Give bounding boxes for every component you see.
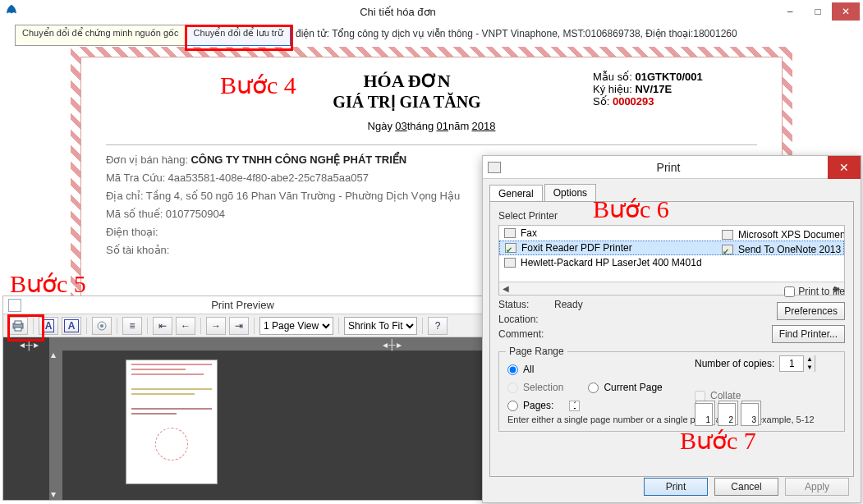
lookup-label: Mã Tra Cứu: xyxy=(106,172,165,184)
preferences-button[interactable]: Preferences xyxy=(777,302,845,320)
comment-label: Comment: xyxy=(498,328,548,340)
apply-button: Apply xyxy=(785,478,849,496)
printer-icon xyxy=(504,258,516,268)
page-range-group: Page Range All Selection Current Page Pa… xyxy=(498,351,845,432)
sheet-icon: 1 xyxy=(695,403,713,426)
spin-down-icon[interactable]: ▼ xyxy=(803,364,815,372)
address-label: Địa chỉ: xyxy=(106,190,144,202)
print-preview-window: Print Preview A A ≡ ⇤ ← → ⇥ 1 Page View … xyxy=(2,296,483,501)
svg-rect-1 xyxy=(15,321,21,324)
print-dialog-close-button[interactable]: ✕ xyxy=(828,156,861,179)
page-thumbnail[interactable] xyxy=(126,360,217,483)
prev-page-button[interactable]: ← xyxy=(176,317,195,335)
collate-checkbox xyxy=(695,391,705,401)
annotation-step7: Bước 7 xyxy=(680,426,756,455)
serial-label: Ký hiệu: xyxy=(593,83,632,95)
copies-label: Number of copies: xyxy=(695,358,774,369)
document-icon xyxy=(8,299,21,312)
print-dialog-title: Print xyxy=(509,161,828,174)
toggle-headers-button[interactable]: ≡ xyxy=(122,317,142,335)
form-no-label: Mẫu số: xyxy=(593,71,632,83)
form-no-value: 01GTKT0/001 xyxy=(635,71,702,83)
print-confirm-button[interactable]: Print xyxy=(644,478,708,496)
taxcode-label: Mã số thuế: xyxy=(106,208,163,220)
invoice-no-value: 0000293 xyxy=(613,95,654,108)
minimize-button[interactable]: – xyxy=(776,2,804,21)
address-value: Tầng 4, số 50 ngõ 16 Phan Văn Trường - P… xyxy=(146,190,460,202)
tab-options[interactable]: Options xyxy=(544,184,596,201)
help-button[interactable]: ? xyxy=(428,317,448,335)
main-window-titlebar: Chi tiết hóa đơn – □ ✕ xyxy=(0,0,863,23)
printer-icon xyxy=(488,162,501,173)
svg-rect-2 xyxy=(15,328,21,331)
radio-current-page[interactable] xyxy=(588,383,599,393)
select-printer-label: Select Printer xyxy=(498,210,845,222)
taxcode-value: 0107750904 xyxy=(166,208,225,220)
sheet-icon: 3 xyxy=(741,403,759,426)
location-label: Location: xyxy=(498,314,548,325)
page-setup-button[interactable] xyxy=(92,317,112,335)
invoice-no-label: Số: xyxy=(593,95,609,108)
phone-label: Điện thoại: xyxy=(106,226,158,238)
portrait-button[interactable]: A xyxy=(39,317,58,335)
printer-item-hp[interactable]: Hewlett-Packard HP LaserJet 400 M401d xyxy=(499,255,844,270)
copies-spinner[interactable]: ▲▼ xyxy=(779,355,815,372)
print-preview-title: Print Preview xyxy=(3,296,482,314)
app-logo-icon xyxy=(3,3,20,20)
print-dialog: Print ✕ General Options Select Printer F… xyxy=(482,155,861,503)
zoom-select[interactable]: Shrink To Fit xyxy=(344,317,417,335)
page-view-select[interactable]: 1 Page View xyxy=(259,317,333,335)
first-page-button[interactable]: ⇤ xyxy=(153,317,172,335)
horizontal-ruler[interactable]: ◂┼▸ ◂┼▸ xyxy=(49,337,482,351)
landscape-button[interactable]: A xyxy=(62,317,81,335)
annotation-step4: Bước 4 xyxy=(220,71,296,99)
preview-canvas[interactable]: ◂┼▸ ◂┼▸ ▴ ▾ xyxy=(3,337,482,500)
margin-handle-icon[interactable]: ◂┼▸ xyxy=(20,339,39,351)
cancel-button[interactable]: Cancel xyxy=(714,478,778,496)
svg-point-4 xyxy=(100,324,103,328)
seller-value: CÔNG TY TNHH CÔNG NGHỆ PHÁT TRIỂN xyxy=(191,153,406,166)
margin-handle-icon[interactable]: ▾ xyxy=(51,488,57,500)
account-label: Số tài khoản: xyxy=(106,244,169,256)
page-range-legend: Page Range xyxy=(506,346,567,357)
last-page-button[interactable]: ⇥ xyxy=(229,317,249,335)
close-button[interactable]: ✕ xyxy=(832,2,860,21)
sheet-icon: 2 xyxy=(718,403,736,426)
radio-all[interactable] xyxy=(507,364,518,375)
issuer-info-strip: điện tử: Tổng công ty dịch vụ viễn thông… xyxy=(296,28,838,39)
pages-input[interactable] xyxy=(569,401,580,411)
next-page-button[interactable]: → xyxy=(206,317,226,335)
annotation-step6: Bước 6 xyxy=(593,195,669,223)
radio-selection xyxy=(507,383,518,393)
print-preview-toolbar: A A ≡ ⇤ ← → ⇥ 1 Page View Shrink To Fit … xyxy=(3,314,482,337)
maximize-button[interactable]: □ xyxy=(804,2,832,21)
annotation-step5: Bước 5 xyxy=(10,269,86,298)
convert-to-save-button[interactable]: Chuyển đổi để lưu trữ xyxy=(186,25,291,46)
lookup-value: 4aa53581-408e-4f80-abe2-25c78a5aa057 xyxy=(168,172,369,184)
collate-preview: 1 2 3 xyxy=(695,403,834,426)
printer-icon xyxy=(505,243,516,253)
seller-label: Đơn vị bán hàng: xyxy=(106,153,188,166)
invoice-date: Ngày 03tháng 01năm 2018 xyxy=(106,120,757,133)
window-title: Chi tiết hóa đơn xyxy=(20,6,776,18)
vertical-ruler[interactable]: ▴ ▾ xyxy=(49,351,62,500)
serial-value: NV/17E xyxy=(635,83,672,95)
margin-handle-icon[interactable]: ◂┼▸ xyxy=(383,339,402,351)
margin-handle-icon[interactable]: ▴ xyxy=(51,349,57,360)
status-value: Ready xyxy=(554,299,583,310)
origin-proof-tooltip: Chuyển đổi để chứng minh nguồn gốc xyxy=(15,25,186,46)
printer-item-xps[interactable]: Microsoft XPS Document xyxy=(717,227,845,242)
tab-general[interactable]: General xyxy=(489,185,543,202)
printer-icon xyxy=(722,230,733,240)
scroll-left-icon[interactable]: ◀ xyxy=(503,284,509,293)
printer-icon xyxy=(722,245,733,254)
print-button[interactable] xyxy=(8,317,28,335)
printer-icon xyxy=(504,228,516,238)
print-to-file-checkbox[interactable]: Print to file xyxy=(784,286,845,297)
spin-up-icon[interactable]: ▲ xyxy=(803,355,815,364)
printer-item-onenote[interactable]: Send To OneNote 2013 xyxy=(717,242,845,257)
find-printer-button[interactable]: Find Printer... xyxy=(772,325,845,343)
radio-pages[interactable] xyxy=(507,401,518,411)
copies-input[interactable] xyxy=(780,358,803,369)
status-label: Status: xyxy=(498,299,548,310)
